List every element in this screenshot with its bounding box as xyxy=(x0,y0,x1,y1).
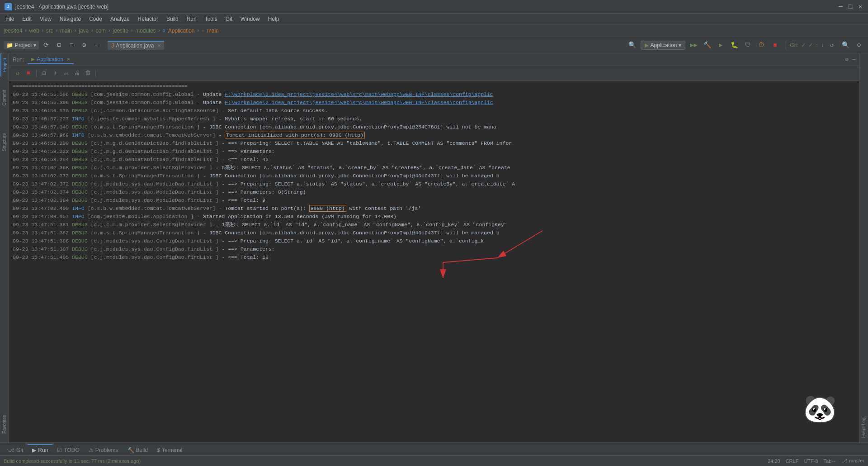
problems-tab-icon: ⚠ xyxy=(89,447,94,453)
menu-view[interactable]: View xyxy=(36,15,55,23)
coverage-btn[interactable]: 🛡 xyxy=(742,40,753,51)
expand-btn[interactable]: ≡ xyxy=(66,40,77,51)
menu-bar: FileEditViewNavigateCodeAnalyzeRefactorB… xyxy=(0,14,868,24)
file-tab-application[interactable]: J Application.java × xyxy=(108,41,164,50)
log-level: DEBUG xyxy=(72,173,88,179)
breadcrumb-jeesite[interactable]: jeesite xyxy=(113,28,128,34)
git-up-icon[interactable]: ↑ xyxy=(816,42,818,48)
menu-refactor[interactable]: Refactor xyxy=(134,15,162,23)
menu-navigate[interactable]: Navigate xyxy=(56,15,85,23)
minimize-btn[interactable]: ─ xyxy=(837,4,844,10)
menu-git[interactable]: Git xyxy=(222,15,236,23)
stop-application-btn[interactable]: ■ xyxy=(24,68,33,78)
project-dropdown[interactable]: 📁 Project ▾ xyxy=(4,41,39,49)
run-settings-icon[interactable]: ⚙ xyxy=(845,56,849,63)
run-application-tab[interactable]: ▶ Application × xyxy=(28,55,74,64)
menu-help[interactable]: Help xyxy=(264,15,283,23)
clear-all-btn[interactable]: 🗑 xyxy=(83,68,93,78)
log-class: [c.j.modules.sys.dao.ModuleDao.findList … xyxy=(91,189,219,195)
bottom-tab-build[interactable]: 🔨Build xyxy=(123,444,153,455)
log-class: [o.m.s.t.SpringManagedTransaction ] xyxy=(91,124,200,130)
log-line: 09-23 13:47:51.387 DEBUG [c.j.modules.sy… xyxy=(9,245,859,253)
breadcrumb-jeesite4[interactable]: jeesite4 xyxy=(4,28,22,34)
menu-analyze[interactable]: Analyze xyxy=(107,15,133,23)
bottom-tab-todo[interactable]: ☑TODO xyxy=(52,444,84,455)
print-btn[interactable]: 🖨 xyxy=(72,68,82,78)
bottom-tab-terminal[interactable]: $Terminal xyxy=(152,444,187,455)
build-tab-icon: 🔨 xyxy=(127,447,134,453)
file-link[interactable]: F:\workplace\2.idea_project\jeesite4\web… xyxy=(225,91,493,97)
menu-edit[interactable]: Edit xyxy=(19,15,35,23)
restore-layout-btn[interactable]: ⊞ xyxy=(39,68,49,78)
menu-window[interactable]: Window xyxy=(237,15,264,23)
maximize-btn[interactable]: □ xyxy=(847,4,854,10)
bottom-tab-run[interactable]: ▶Run xyxy=(28,444,52,455)
log-level: DEBUG xyxy=(72,246,88,252)
sidebar-project-label[interactable]: Project xyxy=(0,53,8,76)
profile-btn[interactable]: ⏱ xyxy=(756,40,767,51)
git-down-icon[interactable]: ↓ xyxy=(821,42,824,48)
log-message: - Started Application in 13.503 seconds … xyxy=(197,214,396,219)
close-run-tab-icon[interactable]: × xyxy=(67,56,70,62)
menu-run[interactable]: Run xyxy=(183,15,200,23)
close-file-icon[interactable]: × xyxy=(157,43,160,49)
sidebar-structure-label[interactable]: Structure xyxy=(1,128,8,156)
bottom-tab-problems[interactable]: ⚠Problems xyxy=(84,444,123,455)
settings-btn[interactable]: ⚙ xyxy=(79,40,90,51)
breadcrumb-java[interactable]: java xyxy=(79,28,89,34)
log-timestamp: 09-23 13:46:57.969 xyxy=(13,132,69,138)
log-level: DEBUG xyxy=(72,140,88,146)
run-config-btn[interactable]: ▶ Application ▾ xyxy=(641,41,686,50)
left-sidebar: Project Commit Structure Favorites xyxy=(0,53,9,442)
git-branch[interactable]: ⎇ master xyxy=(842,458,864,464)
use-soft-wrap-btn[interactable]: ↵ xyxy=(61,68,71,78)
run-tab-label: Application xyxy=(37,56,63,62)
run-config-label: Application xyxy=(651,42,677,48)
bottom-tab-git[interactable]: ⎇Git xyxy=(4,444,28,455)
event-log-label[interactable]: Event Log xyxy=(860,413,867,442)
debug-btn[interactable]: 🐛 xyxy=(729,40,740,51)
menu-build[interactable]: Build xyxy=(163,15,182,23)
history-btn[interactable]: ↺ xyxy=(826,40,837,51)
indent-type[interactable]: Tab↔ xyxy=(824,458,837,464)
charset[interactable]: UTF-8 xyxy=(804,458,818,464)
chevron-down-icon: ▾ xyxy=(679,42,681,48)
scroll-to-end-btn[interactable]: ⬇ xyxy=(50,68,60,78)
collapse-all-btn[interactable]: ⊟ xyxy=(53,40,64,51)
build-status-message: Build completed successfully in 11 sec, … xyxy=(4,458,141,464)
build-btn[interactable]: 🔨 xyxy=(702,40,712,51)
breadcrumb-modules[interactable]: modules xyxy=(135,28,156,34)
log-timestamp: 09-23 13:47:51.382 xyxy=(13,230,69,236)
breadcrumb-main-method[interactable]: main xyxy=(207,28,219,34)
close-panel-btn[interactable]: ─ xyxy=(91,40,102,51)
breadcrumb-main[interactable]: main xyxy=(60,28,72,34)
sidebar-favorites-label[interactable]: Favorites xyxy=(1,410,8,438)
log-message: - ==> Preparing: SELECT a.`id` AS "id", … xyxy=(222,238,484,244)
log-message: - Set default data source success. xyxy=(222,108,328,114)
log-class: [o.m.s.t.SpringManagedTransaction ] xyxy=(91,230,200,236)
breadcrumb-web[interactable]: web xyxy=(29,28,39,34)
file-link[interactable]: F:\workplace\2.idea_project\jeesite4\web… xyxy=(225,100,493,105)
breadcrumb-com[interactable]: com xyxy=(95,28,106,34)
stop-btn[interactable]: ■ xyxy=(769,40,780,51)
log-line: 09-23 13:47:02.372 DEBUG [o.m.s.t.Spring… xyxy=(9,172,859,180)
settings-gear-btn[interactable]: ⚙ xyxy=(854,40,864,51)
menu-tools[interactable]: Tools xyxy=(201,15,221,23)
line-ending[interactable]: CRLF xyxy=(786,458,799,464)
search-everywhere-icon[interactable]: 🔍 xyxy=(627,40,638,51)
menu-file[interactable]: File xyxy=(2,15,18,23)
log-message: - <== Total: 18 xyxy=(222,254,269,260)
breadcrumb-application[interactable]: Application xyxy=(168,28,195,34)
run-btn[interactable]: ▶ xyxy=(715,40,726,51)
sync-btn[interactable]: ⟳ xyxy=(41,40,52,51)
close-btn[interactable]: ✕ xyxy=(857,4,863,10)
sidebar-commit-label[interactable]: Commit xyxy=(1,86,8,110)
search-btn[interactable]: 🔍 xyxy=(840,40,851,51)
rerun-application-btn[interactable]: ↺ xyxy=(13,68,23,78)
menu-code[interactable]: Code xyxy=(85,15,106,23)
cursor-position[interactable]: 24:20 xyxy=(768,458,780,464)
run-minimize-icon[interactable]: ─ xyxy=(852,57,855,63)
rerun-btn[interactable]: ▶▶ xyxy=(688,40,699,51)
console-output[interactable]: ========================================… xyxy=(9,81,859,442)
breadcrumb-src[interactable]: src xyxy=(46,28,53,34)
